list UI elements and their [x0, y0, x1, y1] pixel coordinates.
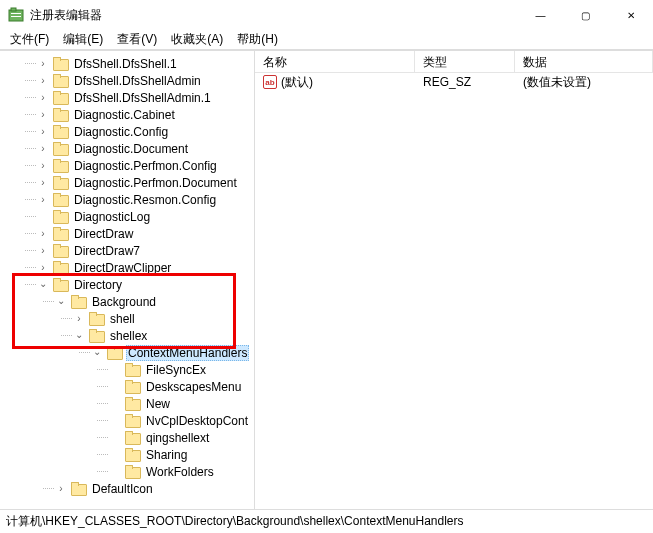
tree-node[interactable]: ›Diagnostic.Perfmon.Config	[0, 157, 254, 174]
column-data[interactable]: 数据	[515, 51, 653, 72]
menu-edit[interactable]: 编辑(E)	[57, 30, 109, 49]
close-button[interactable]: ✕	[608, 0, 653, 30]
tree-node-label[interactable]: New	[144, 397, 172, 411]
tree-node[interactable]: FileSyncEx	[0, 361, 254, 378]
tree-node-label[interactable]: Background	[90, 295, 158, 309]
maximize-button[interactable]: ▢	[563, 0, 608, 30]
expand-icon[interactable]: ›	[36, 193, 50, 207]
tree-node-label[interactable]: DfsShell.DfsShellAdmin	[72, 74, 203, 88]
tree-node-label[interactable]: WorkFolders	[144, 465, 216, 479]
expand-icon[interactable]: ›	[36, 142, 50, 156]
tree-node-label[interactable]: Sharing	[144, 448, 189, 462]
folder-icon	[53, 108, 69, 122]
tree-node-label[interactable]: DfsShell.DfsShellAdmin.1	[72, 91, 213, 105]
expand-icon[interactable]: ›	[36, 159, 50, 173]
tree-node-label[interactable]: DeskscapesMenu	[144, 380, 243, 394]
expand-icon[interactable]: ›	[36, 261, 50, 275]
svg-rect-2	[11, 13, 21, 14]
value-name: (默认)	[281, 74, 313, 91]
tree-node[interactable]: ›DfsShell.DfsShellAdmin	[0, 72, 254, 89]
folder-icon	[53, 57, 69, 71]
expand-icon[interactable]: ›	[36, 108, 50, 122]
tree-node[interactable]: ⌄shellex	[0, 327, 254, 344]
column-type[interactable]: 类型	[415, 51, 515, 72]
column-name[interactable]: 名称	[255, 51, 415, 72]
tree-node[interactable]: ›DefaultIcon	[0, 480, 254, 497]
expand-icon[interactable]: ›	[36, 125, 50, 139]
tree-pane[interactable]: ›DfsShell.DfsShell.1›DfsShell.DfsShellAd…	[0, 51, 255, 509]
expand-icon[interactable]: ›	[54, 482, 68, 496]
expand-icon[interactable]: ›	[36, 91, 50, 105]
tree-node-label[interactable]: Diagnostic.Config	[72, 125, 170, 139]
value-row[interactable]: ab (默认) REG_SZ (数值未设置)	[255, 73, 653, 91]
tree-node[interactable]: ›DirectDraw7	[0, 242, 254, 259]
folder-icon	[71, 295, 87, 309]
tree-node-label[interactable]: DirectDraw	[72, 227, 135, 241]
tree-node[interactable]: ›Diagnostic.Resmon.Config	[0, 191, 254, 208]
folder-icon	[53, 142, 69, 156]
tree-node[interactable]: ⌄Directory	[0, 276, 254, 293]
expand-icon[interactable]: ›	[36, 227, 50, 241]
folder-icon	[71, 482, 87, 496]
tree-node-label[interactable]: ContextMenuHandlers	[126, 345, 249, 361]
folder-icon	[125, 431, 141, 445]
registry-tree[interactable]: ›DfsShell.DfsShell.1›DfsShell.DfsShellAd…	[0, 51, 254, 501]
tree-node[interactable]: qingshellext	[0, 429, 254, 446]
folder-icon	[89, 312, 105, 326]
collapse-icon[interactable]: ⌄	[90, 345, 104, 359]
minimize-button[interactable]: —	[518, 0, 563, 30]
column-headers: 名称 类型 数据	[255, 51, 653, 73]
tree-node[interactable]: Sharing	[0, 446, 254, 463]
folder-icon	[53, 227, 69, 241]
expand-icon[interactable]: ›	[72, 312, 86, 326]
tree-node[interactable]: ›Diagnostic.Document	[0, 140, 254, 157]
tree-node[interactable]: ›Diagnostic.Config	[0, 123, 254, 140]
tree-node-label[interactable]: DiagnosticLog	[72, 210, 152, 224]
tree-node[interactable]: ›Diagnostic.Perfmon.Document	[0, 174, 254, 191]
tree-node[interactable]: ›DirectDrawClipper	[0, 259, 254, 276]
tree-node-label[interactable]: Diagnostic.Cabinet	[72, 108, 177, 122]
tree-node[interactable]: DeskscapesMenu	[0, 378, 254, 395]
tree-node[interactable]: ›Diagnostic.Cabinet	[0, 106, 254, 123]
tree-node-label[interactable]: Diagnostic.Document	[72, 142, 190, 156]
tree-node-label[interactable]: Directory	[72, 278, 124, 292]
collapse-icon[interactable]: ⌄	[72, 328, 86, 342]
tree-node[interactable]: ⌄ContextMenuHandlers	[0, 344, 254, 361]
expand-icon[interactable]: ›	[36, 74, 50, 88]
tree-node-label[interactable]: shell	[108, 312, 137, 326]
tree-node-label[interactable]: NvCplDesktopCont	[144, 414, 250, 428]
tree-node[interactable]: NvCplDesktopCont	[0, 412, 254, 429]
tree-node-label[interactable]: Diagnostic.Perfmon.Config	[72, 159, 219, 173]
tree-node-label[interactable]: DfsShell.DfsShell.1	[72, 57, 179, 71]
svg-rect-1	[11, 8, 16, 11]
tree-node-label[interactable]: DirectDraw7	[72, 244, 142, 258]
expand-icon[interactable]: ›	[36, 244, 50, 258]
tree-node-label[interactable]: DirectDrawClipper	[72, 261, 173, 275]
tree-node-label[interactable]: shellex	[108, 329, 149, 343]
tree-node[interactable]: ›shell	[0, 310, 254, 327]
folder-icon	[53, 125, 69, 139]
collapse-icon[interactable]: ⌄	[36, 277, 50, 291]
menu-help[interactable]: 帮助(H)	[231, 30, 284, 49]
tree-node[interactable]: ›DfsShell.DfsShellAdmin.1	[0, 89, 254, 106]
tree-node-label[interactable]: Diagnostic.Perfmon.Document	[72, 176, 239, 190]
tree-node[interactable]: DiagnosticLog	[0, 208, 254, 225]
expand-icon[interactable]: ›	[36, 57, 50, 71]
folder-icon	[53, 74, 69, 88]
menu-favorites[interactable]: 收藏夹(A)	[165, 30, 229, 49]
values-pane[interactable]: 名称 类型 数据 ab (默认) REG_SZ (数值未设置)	[255, 51, 653, 509]
menu-file[interactable]: 文件(F)	[4, 30, 55, 49]
tree-node-label[interactable]: FileSyncEx	[144, 363, 208, 377]
app-icon	[8, 7, 24, 23]
tree-node-label[interactable]: qingshellext	[144, 431, 211, 445]
tree-node[interactable]: ›DirectDraw	[0, 225, 254, 242]
tree-node[interactable]: WorkFolders	[0, 463, 254, 480]
tree-node[interactable]: ⌄Background	[0, 293, 254, 310]
tree-node-label[interactable]: Diagnostic.Resmon.Config	[72, 193, 218, 207]
menu-view[interactable]: 查看(V)	[111, 30, 163, 49]
collapse-icon[interactable]: ⌄	[54, 294, 68, 308]
tree-node[interactable]: New	[0, 395, 254, 412]
tree-node-label[interactable]: DefaultIcon	[90, 482, 155, 496]
expand-icon[interactable]: ›	[36, 176, 50, 190]
tree-node[interactable]: ›DfsShell.DfsShell.1	[0, 55, 254, 72]
